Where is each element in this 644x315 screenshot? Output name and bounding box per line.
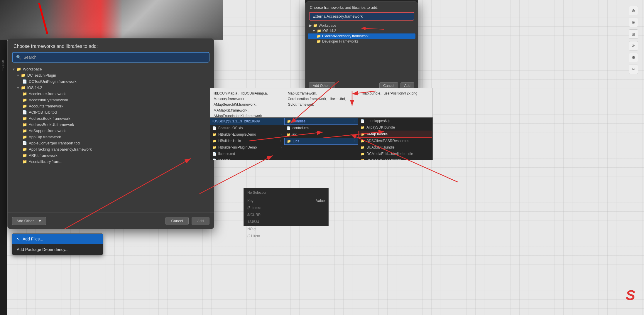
small-tree-externalaccessory[interactable]: 📁ExternalAccessory.framework xyxy=(308,33,415,39)
tool-icon[interactable]: ✂ xyxy=(629,65,638,74)
search-bar[interactable]: 🔍 Search xyxy=(12,52,209,63)
add-other-label: Add Other... xyxy=(16,219,37,223)
add-button[interactable]: Add xyxy=(192,217,209,225)
small-tree-ios[interactable]: ▼📁iOS 14.2 xyxy=(308,28,415,33)
tree-appclip[interactable]: 📁 AppClip.framework xyxy=(11,134,211,140)
fb-buad[interactable]: 📁BUAdSDK.bundle xyxy=(358,144,432,151)
settings-icon[interactable]: ⚙ xyxy=(629,53,638,62)
top-screenshot-area xyxy=(0,0,223,40)
tree-workspace[interactable]: ▼ 📁 Workspace xyxy=(11,66,211,72)
tree-dctestuniplugin[interactable]: ▼ 📁 DCTestUniPlugin xyxy=(11,72,211,78)
fb-col-2: 📁Bundles› 📄control.xml 📁inc 📁Libs› xyxy=(284,118,359,160)
add-other-dropdown: ↖ Add Files... Add Package Dependency... xyxy=(12,233,103,255)
tree-assetlibrary[interactable]: 📁 Assetalibrary.fram... xyxy=(11,159,211,165)
fb-col1-header: iOSSDK@3.1.1...3_20210609 xyxy=(210,118,284,125)
fb-bundles[interactable]: 📁Bundles› xyxy=(284,118,358,125)
fb-col-1: iOSSDK@3.1.1...3_20210609 📄Feature-iOS.x… xyxy=(210,118,284,160)
fb-license[interactable]: 📄license.md xyxy=(210,151,284,157)
xitongku-section: MapKit.framework、CoreLocation.framework、… xyxy=(284,88,359,117)
file-browser: iOSSDK@3.1.1...3_20210609 📄Feature-iOS.x… xyxy=(210,117,433,160)
tree-dctestuniplugin-framework[interactable]: 📄 DCTestUniPlugin.framework xyxy=(11,78,211,85)
small-dialog: Choose frameworks and libraries to add: … xyxy=(305,1,418,92)
fb-amap[interactable]: 📁AMap.bundle xyxy=(358,131,432,138)
fb-inc[interactable]: 📁inc xyxy=(284,131,358,138)
main-file-tree: ▼ 📁 Workspace ▼ 📁 DCTestUniPlugin 📄 DCTe… xyxy=(8,66,214,210)
fb-hbuilder-hello[interactable]: 📁HBuilder-Hello› xyxy=(210,138,284,144)
yikulib-section: libDCUniMap.a、libDCUniAmap.a、Masonry.fra… xyxy=(210,88,284,117)
zoom-in-icon[interactable]: ⊕ xyxy=(629,6,638,15)
add-other-button[interactable]: Add Other... ▼ xyxy=(12,217,46,225)
main-dialog-title: Choose frameworks and libraries to add: xyxy=(8,38,214,52)
fb-dcmedia[interactable]: 📁DCMediaEditi...ntroller.bundle xyxy=(358,151,432,157)
fit-icon[interactable]: ⊞ xyxy=(629,29,638,39)
tree-appleconverged[interactable]: 📄 AppleConvergedTransport.tbd xyxy=(11,140,211,146)
tree-ios142[interactable]: ▼ 📁 iOS 14.2 xyxy=(11,85,211,91)
small-search-value: ExternalAccessory.framework xyxy=(312,14,363,18)
left-sidebar: ch.fre... xyxy=(0,0,7,315)
rotate-icon[interactable]: ⟳ xyxy=(629,41,638,50)
ns-row-4: NO ◇ xyxy=(244,225,328,233)
cursor-icon: ↖ xyxy=(17,237,20,241)
tree-accelerate[interactable]: 📁 Accelerate.framework xyxy=(11,91,211,97)
ns-row-1: (5 Items: xyxy=(244,204,328,211)
yikulib2-text: map.bundle、userPosition@2x.png xyxy=(362,91,429,96)
yikulib2-section: map.bundle、userPosition@2x.png xyxy=(358,88,432,117)
small-search-box[interactable]: ExternalAccessory.framework xyxy=(309,12,414,21)
main-dialog-footer: Add Other... ▼ Cancel Add xyxy=(8,213,214,229)
yikulib-text: libDCUniMap.a、libDCUniAmap.a、Masonry.fra… xyxy=(214,91,280,119)
small-dialog-title: Choose frameworks and libraries to add: xyxy=(305,2,418,12)
tree-arkit[interactable]: 📁 ARKit.framework xyxy=(11,152,211,159)
no-selection-breadcrumb: No Selection xyxy=(244,188,328,197)
search-icon: 🔍 xyxy=(16,55,21,60)
fb-alipay[interactable]: 📁AlipaySDK.bundle xyxy=(358,124,432,131)
add-files-label: Add Files... xyxy=(23,237,43,241)
ns-row-2: $(CURR xyxy=(244,211,328,218)
toolbar-right: ⊕ ⊖ ⊞ ⟳ ⚙ ✂ xyxy=(629,6,638,74)
add-files-item[interactable]: ↖ Add Files... xyxy=(12,234,103,244)
tree-accounts[interactable]: 📁 Accounts.framework xyxy=(11,103,211,109)
fb-bds[interactable]: 📁BDSClientEASRResources xyxy=(358,138,432,144)
ns-row-5: (21 item xyxy=(244,233,328,240)
main-dialog: Choose frameworks and libraries to add: … xyxy=(7,38,214,229)
fb-uniappes6[interactable]: 📄__uniappes6.js xyxy=(358,118,432,124)
fb-hbuilder-example[interactable]: 📁HBuilder-ExampleDemo› xyxy=(210,131,284,138)
dropdown-arrow-icon: ▼ xyxy=(38,219,42,223)
tree-addressbook[interactable]: 📁 AddressBook.framework xyxy=(11,115,211,122)
fb-col-3: 📄__uniappes6.js 📁AlipaySDK.bundle 📁AMap.… xyxy=(358,118,432,160)
fb-dcmediavideo[interactable]: 📁DCMediaVideo.bundle xyxy=(358,157,432,160)
fb-libs[interactable]: 📁Libs› xyxy=(284,138,358,145)
add-package-item[interactable]: Add Package Dependency... xyxy=(12,244,103,255)
small-tree-workspace[interactable]: ▶📁Workspace xyxy=(308,23,415,28)
fb-readme[interactable]: 📄readme xyxy=(210,157,284,160)
search-placeholder: Search xyxy=(23,55,205,60)
fb-feature-ios[interactable]: 📄Feature-iOS.xls xyxy=(210,125,284,131)
small-file-tree: ▶📁Workspace ▼📁iOS 14.2 📁ExternalAccessor… xyxy=(305,23,418,44)
tree-adsupport[interactable]: 📁 AdSupport.framework xyxy=(11,128,211,134)
xitongku-text: MapKit.framework、CoreLocation.framework、… xyxy=(288,91,355,108)
cancel-button[interactable]: Cancel xyxy=(165,217,188,225)
add-package-label: Add Package Dependency... xyxy=(17,247,68,252)
small-tree-developer[interactable]: 📁Developer Frameworks xyxy=(308,39,415,44)
tree-acipcbtlib[interactable]: 📄 ACIPCBTLib.tbd xyxy=(11,109,211,115)
no-selection-panel: No Selection Key Value (5 Items: $(CURR … xyxy=(244,188,329,226)
no-selection-value-header: Key Value xyxy=(244,197,328,204)
tree-addressbookui[interactable]: 📁 AddressBookUI.framework xyxy=(11,122,211,128)
zoom-out-icon[interactable]: ⊖ xyxy=(629,18,638,27)
tree-apptracking[interactable]: 📁 AppTrackingTransparency.framework xyxy=(11,146,211,152)
ns-row-3: 134534 xyxy=(244,218,328,225)
fb-hbuilder-plugin[interactable]: 📁HBuilder-uniPluginDemo› xyxy=(210,144,284,151)
red-s-logo: S xyxy=(626,287,635,303)
sidebar-label: ch.fre... xyxy=(0,59,6,73)
tree-accessibility[interactable]: 📁 Accessibility.framework xyxy=(11,97,211,103)
file-browser-columns: iOSSDK@3.1.1...3_20210609 📄Feature-iOS.x… xyxy=(210,118,432,160)
framework-panel: libDCUniMap.a、libDCUniAmap.a、Masonry.fra… xyxy=(210,88,433,117)
fb-control-xml[interactable]: 📄control.xml xyxy=(284,125,358,131)
